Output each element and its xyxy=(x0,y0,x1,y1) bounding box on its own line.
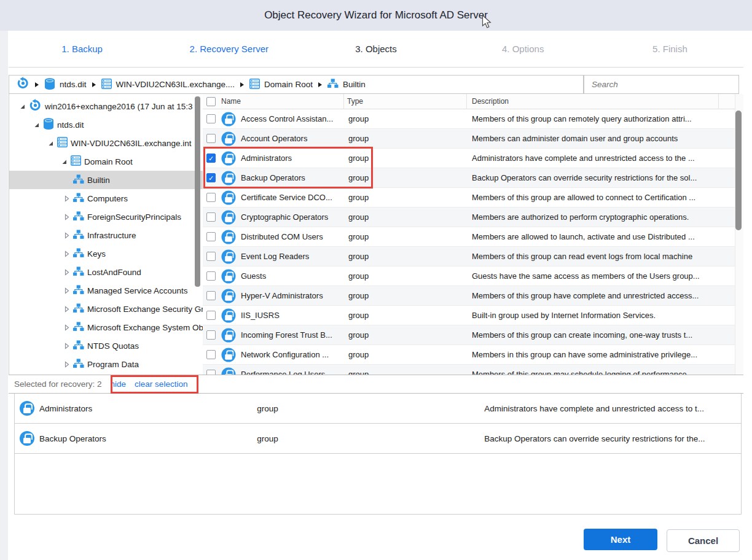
tree-item-managed-service-accounts[interactable]: Managed Service Accounts xyxy=(9,281,203,300)
server-icon xyxy=(101,79,112,91)
row-checkbox[interactable] xyxy=(206,311,216,320)
next-button[interactable]: Next xyxy=(584,529,657,550)
row-checkbox[interactable] xyxy=(206,114,216,123)
row-checkbox[interactable] xyxy=(206,330,216,340)
column-header-type[interactable]: Type xyxy=(344,94,467,109)
breadcrumb-separator-icon xyxy=(35,82,39,87)
tree-item-lostandfound[interactable]: LostAndFound xyxy=(9,263,203,281)
selection-summary-bar: Selected for recovery: 2 hide clear sele… xyxy=(9,375,743,394)
lock-icon xyxy=(221,367,235,375)
breadcrumb-item-server[interactable]: WIN-VDIU2CN63IL.exchange.... xyxy=(101,79,235,91)
table-row[interactable]: Account OperatorsgroupMembers can admini… xyxy=(203,129,743,149)
org-unit-icon xyxy=(73,248,84,260)
row-checkbox[interactable] xyxy=(206,350,216,359)
breadcrumb-item-domain-root[interactable]: Domain Root xyxy=(249,79,313,91)
step-finish: 5. Finish xyxy=(597,31,743,67)
table-row[interactable]: ✓AdministratorsgroupAdministrators have … xyxy=(203,149,743,168)
lock-icon xyxy=(221,112,235,126)
breadcrumb-separator-icon xyxy=(318,82,322,87)
server-icon xyxy=(57,137,68,149)
selected-item-row[interactable]: Backup Operators group Backup Operators … xyxy=(15,424,741,454)
table-row[interactable]: Network Configuration ...groupMembers in… xyxy=(203,345,743,365)
tree-scrollbar[interactable] xyxy=(195,96,200,287)
table-row[interactable]: Access Control Assistan...groupMembers o… xyxy=(203,109,743,129)
lock-icon xyxy=(221,171,235,185)
table-row[interactable]: Cryptographic OperatorsgroupMembers are … xyxy=(203,208,743,227)
restore-icon xyxy=(29,99,42,114)
org-unit-icon xyxy=(73,230,84,241)
navigation-tree: win2016+exchange2016 (17 Jun at 15:3 ntd… xyxy=(9,94,203,375)
column-header-description[interactable]: Description xyxy=(467,94,719,109)
table-row[interactable]: ✓Backup OperatorsgroupBackup Operators c… xyxy=(203,168,743,188)
table-row[interactable]: Event Log ReadersgroupMembers of this gr… xyxy=(203,247,743,266)
tree-item-domain-root[interactable]: Domain Root xyxy=(9,152,203,171)
tree-item-foreignsecurityprincipals[interactable]: ForeignSecurityPrincipals xyxy=(9,208,203,226)
org-unit-icon xyxy=(73,174,84,186)
table-row[interactable]: Incoming Forest Trust B...groupMembers o… xyxy=(203,325,743,345)
tree-item-backup[interactable]: win2016+exchange2016 (17 Jun at 15:3 xyxy=(9,97,203,115)
breadcrumb-separator-icon xyxy=(92,82,96,87)
step-options: 4. Options xyxy=(450,31,597,67)
row-checkbox[interactable] xyxy=(206,291,216,300)
row-checkbox[interactable] xyxy=(206,193,216,202)
row-checkbox[interactable]: ✓ xyxy=(206,154,216,163)
row-checkbox[interactable] xyxy=(206,134,216,143)
org-unit-icon xyxy=(327,79,339,90)
row-checkbox[interactable] xyxy=(206,271,216,281)
tree-item-program-data[interactable]: Program Data xyxy=(9,355,203,373)
tree-item-exchange-system-objects[interactable]: Microsoft Exchange System Objects xyxy=(9,318,203,336)
org-unit-icon xyxy=(73,340,84,352)
tree-item-server[interactable]: WIN-VDIU2CN63IL.exchange.int xyxy=(9,134,203,152)
step-recovery-server[interactable]: 2. Recovery Server xyxy=(155,31,302,67)
selection-count-label: Selected for recovery: 2 xyxy=(14,379,102,389)
tree-item-infrastructure[interactable]: Infrastructure xyxy=(9,226,203,244)
org-unit-icon xyxy=(73,266,84,278)
step-objects[interactable]: 3. Objects xyxy=(302,31,449,67)
lock-icon xyxy=(20,401,34,416)
row-checkbox[interactable] xyxy=(206,232,216,241)
tree-item-computers[interactable]: Computers xyxy=(9,189,203,208)
tree-item-builtin[interactable]: Builtin xyxy=(9,171,203,189)
objects-table: Name Type Description Access Control Ass… xyxy=(203,94,743,375)
search-input[interactable] xyxy=(584,75,739,94)
table-row[interactable]: GuestsgroupGuests have the same access a… xyxy=(203,266,743,286)
tree-item-keys[interactable]: Keys xyxy=(9,244,203,263)
table-row[interactable]: Distributed COM UsersgroupMembers are al… xyxy=(203,227,743,247)
table-header: Name Type Description xyxy=(203,94,743,109)
breadcrumb-item-builtin[interactable]: Builtin xyxy=(327,79,366,90)
table-row[interactable]: Certificate Service DCO...groupMembers o… xyxy=(203,188,743,208)
lock-icon xyxy=(221,289,235,303)
lock-icon xyxy=(221,249,235,263)
row-checkbox[interactable] xyxy=(206,252,216,261)
table-row[interactable]: Hyper-V AdministratorsgroupMembers of th… xyxy=(203,286,743,306)
lock-icon xyxy=(221,348,235,362)
row-checkbox[interactable] xyxy=(206,212,216,222)
tree-item-exchange-security-groups[interactable]: Microsoft Exchange Security Groups xyxy=(9,300,203,318)
breadcrumb-label: WIN-VDIU2CN63IL.exchange.... xyxy=(116,80,235,89)
tree-item-ntds-quotas[interactable]: NTDS Quotas xyxy=(9,336,203,355)
database-icon xyxy=(44,78,55,91)
breadcrumb-separator-icon xyxy=(240,82,244,87)
window-left-gutter xyxy=(0,31,8,560)
breadcrumb-label: ntds.dit xyxy=(60,80,87,89)
cancel-button[interactable]: Cancel xyxy=(667,529,740,552)
clear-selection-link[interactable]: clear selection xyxy=(135,379,187,389)
hide-link[interactable]: hide xyxy=(111,379,127,389)
lock-icon xyxy=(221,131,235,146)
row-checkbox[interactable] xyxy=(206,370,216,375)
column-header-name[interactable]: Name xyxy=(220,94,344,109)
org-unit-icon xyxy=(73,303,84,315)
org-unit-icon xyxy=(73,193,84,204)
step-backup[interactable]: 1. Backup xyxy=(9,31,155,67)
restore-icon[interactable] xyxy=(17,77,29,92)
tree-item-ntds[interactable]: ntds.dit xyxy=(9,115,203,134)
select-all-checkbox[interactable] xyxy=(206,97,216,106)
table-row[interactable]: Performance Log UsersgroupMembers of thi… xyxy=(203,365,743,375)
row-checkbox[interactable]: ✓ xyxy=(206,173,216,182)
org-unit-icon xyxy=(73,322,84,333)
table-row[interactable]: IIS_IUSRSgroupBuilt-in group used by Int… xyxy=(203,306,743,325)
selected-item-row[interactable]: Administrators group Administrators have… xyxy=(15,394,741,424)
table-scrollbar[interactable] xyxy=(735,111,742,230)
org-unit-icon xyxy=(73,285,84,297)
breadcrumb-item-ntds[interactable]: ntds.dit xyxy=(44,78,87,91)
